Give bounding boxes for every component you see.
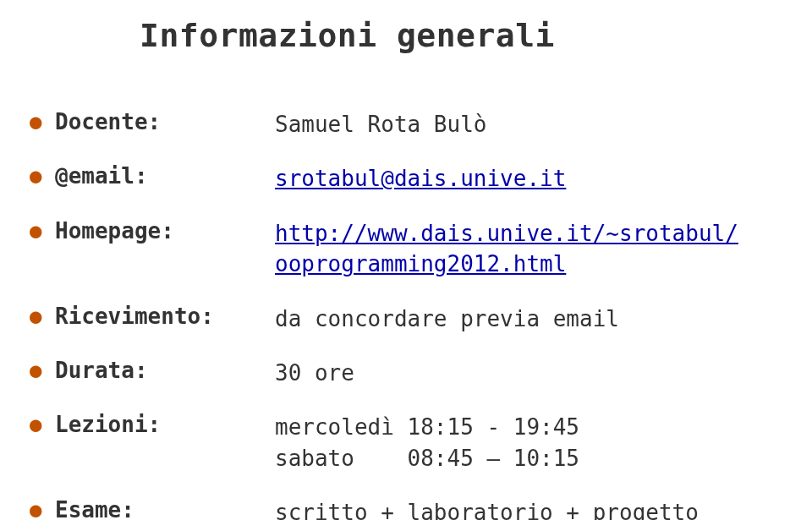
homepage-link[interactable]: http://www.dais.unive.it/~srotabul/ oopr… — [275, 221, 738, 276]
row-value: da concordare previa email — [275, 304, 619, 334]
list-item: ● @email: srotabul@dais.unive.it — [30, 163, 799, 194]
bullet-icon: ● — [30, 163, 55, 189]
email-link[interactable]: srotabul@dais.unive.it — [275, 166, 566, 191]
row-label: Docente: — [55, 109, 275, 134]
list-item: ● Esame: scritto + laboratorio + progett… — [30, 497, 799, 520]
list-item: ● Ricevimento: da concordare previa emai… — [30, 304, 799, 334]
row-value-link: http://www.dais.unive.it/~srotabul/ oopr… — [275, 218, 738, 280]
bullet-icon: ● — [30, 412, 55, 438]
row-label: Lezioni: — [55, 412, 275, 437]
bullet-icon: ● — [30, 304, 55, 330]
list-item: ● Durata: 30 ore — [30, 358, 799, 388]
row-label: Esame: — [55, 497, 275, 520]
bullet-icon: ● — [30, 358, 55, 384]
bullet-icon: ● — [30, 109, 55, 135]
list-item: ● Lezioni: mercoledì 18:15 - 19:45 sabat… — [30, 412, 799, 473]
row-label: @email: — [55, 163, 275, 189]
row-value: mercoledì 18:15 - 19:45 sabato 08:45 – 1… — [275, 412, 579, 473]
bullet-icon: ● — [30, 497, 55, 520]
row-value: scritto + laboratorio + progetto — [275, 497, 699, 520]
bullet-icon: ● — [30, 218, 55, 244]
row-label: Ricevimento: — [55, 304, 275, 329]
row-label: Durata: — [55, 358, 275, 383]
list-item: ● Docente: Samuel Rota Bulò — [30, 109, 799, 140]
row-label: Homepage: — [55, 218, 275, 244]
page-title: Informazioni generali — [140, 17, 799, 54]
row-value-link: srotabul@dais.unive.it — [275, 163, 566, 194]
list-item: ● Homepage: http://www.dais.unive.it/~sr… — [30, 218, 799, 280]
row-value: Samuel Rota Bulò — [275, 109, 486, 140]
row-value: 30 ore — [275, 358, 354, 388]
